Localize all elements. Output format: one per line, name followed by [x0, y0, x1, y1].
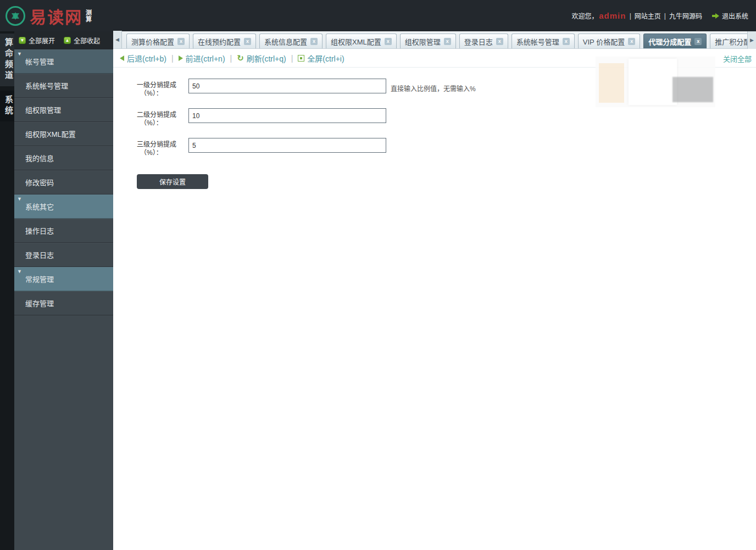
back-button[interactable]: 后退(ctrl+b) [120, 53, 166, 64]
tab-price-config[interactable]: 测算价格配置 x [126, 34, 190, 48]
site-home-link[interactable]: 网站主页 [635, 11, 661, 20]
sidebar-item-system-accounts[interactable]: 系统帐号管理 [14, 74, 113, 98]
tab-online-booking-config[interactable]: 在线预约配置 x [193, 34, 256, 48]
sidebar-item-label: 我的信息 [25, 154, 54, 163]
sidebar-item-label: 组权限XML配置 [25, 130, 76, 138]
close-icon[interactable]: x [628, 38, 635, 45]
sidebar-item-cache-management[interactable]: 缓存管理 [14, 291, 113, 315]
sidebar-item-label: 组权限管理 [25, 106, 61, 114]
divider: | [230, 54, 232, 63]
sidebar-group-general[interactable]: ▼ 常规管理 [14, 267, 113, 291]
sidebar-group-account[interactable]: ▼ 帐号管理 [14, 49, 113, 74]
vertical-tab-system[interactable]: 系统 [0, 91, 14, 121]
tab-scroll-left-button[interactable]: ◀ [113, 31, 122, 48]
sidebar-item-label: 系统帐号管理 [25, 82, 68, 90]
save-settings-button[interactable]: 保存设置 [137, 174, 208, 189]
close-icon[interactable]: x [244, 38, 251, 45]
chevron-down-icon: ▼ [17, 196, 22, 202]
forward-label: 前进(ctrl+n) [186, 53, 225, 64]
tab-label: VIP 价格配置 [583, 36, 625, 47]
sidebar-item-label: 缓存管理 [25, 299, 54, 308]
close-icon[interactable]: x [444, 38, 451, 45]
level2-commission-input[interactable] [188, 108, 386, 123]
tab-vip-price-config[interactable]: VIP 价格配置 x [578, 34, 640, 48]
tab-label: 组权限XML配置 [331, 36, 381, 47]
close-all-tabs-button[interactable]: 关闭全部 [723, 53, 752, 64]
forward-arrow-icon [179, 55, 183, 61]
tab-promo-points-config[interactable]: 推广积分配置 x [710, 34, 753, 48]
close-icon[interactable]: x [310, 38, 318, 45]
sidebar-group-label: 常规管理 [25, 275, 54, 284]
close-icon[interactable]: x [385, 38, 392, 45]
back-label: 后退(ctrl+b) [127, 53, 166, 64]
close-icon[interactable]: x [694, 38, 702, 45]
sidebar-item-operation-log[interactable]: 操作日志 [14, 219, 113, 243]
input-hint: 直接输入比例值，无需输入% [391, 84, 476, 93]
divider: | [291, 54, 293, 63]
collapse-all-label: 全部收起 [74, 36, 100, 45]
source-link[interactable]: 九牛网源码 [669, 11, 702, 20]
username: admin [599, 11, 626, 20]
divider: | [171, 54, 174, 63]
refresh-button[interactable]: ↻ 刷新(ctrl+q) [237, 53, 286, 64]
sidebar-item-label: 登录日志 [25, 251, 54, 259]
sidebar-item-login-log[interactable]: 登录日志 [14, 243, 113, 267]
divider: | [664, 12, 666, 20]
close-icon[interactable]: x [177, 38, 185, 45]
header-user-area: 欢迎您， admin | 网站主页 | 九牛网源码 退出系统 [572, 11, 749, 20]
watermark-artifact [672, 77, 713, 102]
tab-group-permission-xml-config[interactable]: 组权限XML配置 x [326, 34, 397, 48]
back-arrow-icon [120, 55, 124, 61]
vertical-tab-fortune-channel[interactable]: 算命频道 [0, 34, 14, 86]
fullscreen-icon [298, 55, 304, 62]
sidebar-group-label: 系统其它 [25, 203, 54, 211]
forward-button[interactable]: 前进(ctrl+n) [179, 53, 225, 64]
chevron-down-icon: ▼ [17, 269, 22, 274]
collapse-all-button[interactable]: ▲ 全部收起 [64, 36, 100, 45]
tab-agent-commission-config[interactable]: 代理分成配置 x [643, 34, 707, 48]
tab-label: 登录日志 [464, 36, 493, 47]
expand-all-label: 全部展开 [29, 36, 55, 45]
main-area: ◀ 测算价格配置 x 在线预约配置 x 系统信息配置 x 组权限XML配置 x … [113, 31, 756, 550]
sidebar-controls: ▼ 全部展开 ▲ 全部收起 [14, 31, 113, 49]
sidebar-group-system-other[interactable]: ▼ 系统其它 [14, 195, 113, 219]
tab-label: 系统帐号管理 [516, 36, 559, 47]
refresh-label: 刷新(ctrl+q) [247, 53, 286, 64]
sidebar-item-label: 操作日志 [25, 227, 54, 235]
tab-label: 组权限管理 [405, 36, 441, 47]
welcome-label: 欢迎您， [572, 11, 598, 20]
form-row-level3: 三级分销提成 （%）： [137, 138, 476, 157]
form-row-level1: 一级分销提成 （%）： 直接输入比例值，无需输入% [137, 79, 476, 98]
expand-all-button[interactable]: ▼ 全部展开 [19, 36, 55, 45]
channel-strip: 算命频道 系统 [0, 31, 14, 550]
sidebar-group-label: 帐号管理 [25, 58, 54, 66]
logout-link[interactable]: 退出系统 [722, 11, 748, 20]
sidebar-item-label: 修改密码 [25, 179, 54, 187]
sidebar-item-change-password[interactable]: 修改密码 [14, 170, 113, 195]
tab-label: 测算价格配置 [131, 36, 174, 47]
sidebar-menu: ▼ 帐号管理 系统帐号管理 组权限管理 组权限XML配置 我的信息 修改密码 ▼… [14, 49, 113, 315]
level1-label: 一级分销提成 （%）： [137, 79, 184, 98]
toolbar: 后退(ctrl+b) | 前进(ctrl+n) | ↻ 刷新(ctrl+q) |… [113, 49, 756, 68]
tab-group-permission-mgmt[interactable]: 组权限管理 x [400, 34, 456, 48]
collapse-all-icon: ▲ [64, 37, 71, 44]
sidebar-item-group-permissions[interactable]: 组权限管理 [14, 98, 113, 122]
tab-label: 代理分成配置 [648, 36, 691, 47]
tab-scroll-right-button[interactable]: ▶ [747, 31, 756, 49]
close-icon[interactable]: x [563, 38, 570, 45]
fullscreen-label: 全屏(ctrl+i) [307, 53, 344, 64]
level1-commission-input[interactable] [188, 79, 386, 93]
sidebar-item-group-permission-xml[interactable]: 组权限XML配置 [14, 122, 113, 146]
tab-system-account-mgmt[interactable]: 系统帐号管理 x [512, 34, 575, 48]
tab-login-log[interactable]: 登录日志 x [459, 34, 508, 48]
expand-all-icon: ▼ [19, 37, 26, 44]
tab-system-info-config[interactable]: 系统信息配置 x [259, 34, 323, 48]
level3-commission-input[interactable] [188, 138, 386, 153]
close-icon[interactable]: x [496, 38, 503, 45]
app-header: 易读网 测 算 欢迎您， admin | 网站主页 | 九牛网源码 退出系统 [0, 0, 756, 31]
divider: | [630, 12, 631, 20]
chevron-down-icon: ▼ [17, 51, 22, 57]
watermark-artifact [599, 63, 624, 103]
fullscreen-button[interactable]: 全屏(ctrl+i) [298, 53, 344, 64]
sidebar-item-my-info[interactable]: 我的信息 [14, 146, 113, 170]
